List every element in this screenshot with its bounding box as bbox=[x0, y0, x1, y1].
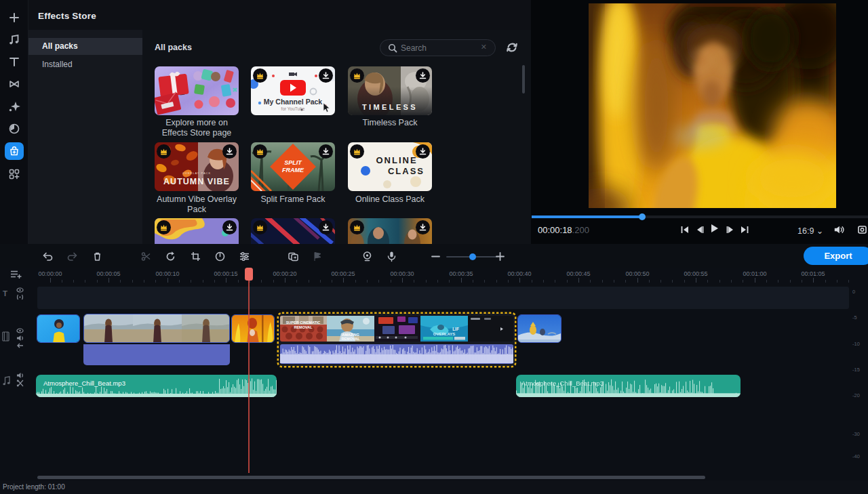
svg-text:OVERLAY PACK: OVERLAY PACK bbox=[182, 171, 211, 175]
svg-text:ONLINE: ONLINE bbox=[376, 155, 417, 165]
svg-text:SUPER CINEMATIC: SUPER CINEMATIC bbox=[286, 321, 321, 325]
svg-text:TIMELESS: TIMELESS bbox=[362, 103, 418, 111]
svg-text:CLASS: CLASS bbox=[388, 166, 425, 176]
svg-text:FRAME: FRAME bbox=[282, 167, 304, 173]
svg-text:SPLIT: SPLIT bbox=[284, 159, 302, 166]
svg-text:AUTUMN VIBE: AUTUMN VIBE bbox=[163, 177, 230, 186]
svg-text:My Channel Pack: My Channel Pack bbox=[264, 98, 323, 106]
svg-text:OVERLAYS: OVERLAYS bbox=[433, 332, 455, 336]
svg-text:LIF: LIF bbox=[452, 327, 459, 331]
svg-text:for YouTube: for YouTube bbox=[281, 106, 305, 111]
svg-text:REMOVAL: REMOVAL bbox=[294, 325, 313, 329]
svg-text:REMOVAL: REMOVAL bbox=[341, 337, 360, 341]
